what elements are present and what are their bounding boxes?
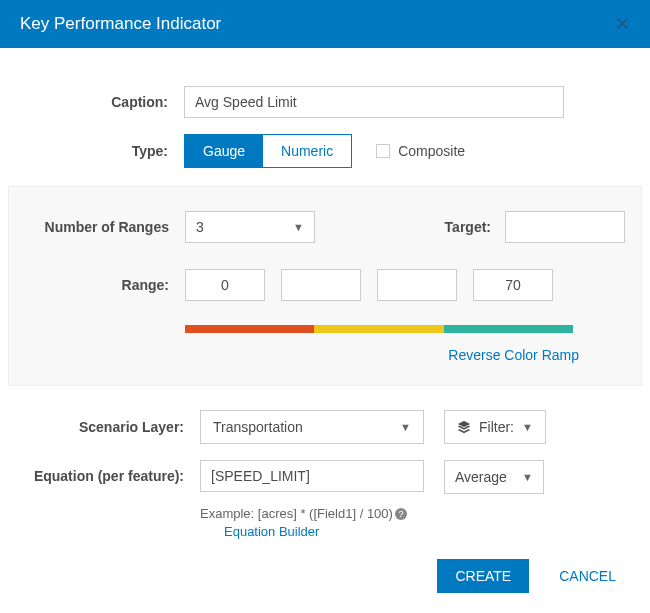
range-row: Range: [9, 261, 641, 309]
dialog-body: Caption: Type: Gauge Numeric Composite N… [0, 48, 650, 541]
help-icon[interactable]: ? [395, 508, 407, 520]
range-input-0[interactable] [185, 269, 265, 301]
ramp-segment-1 [185, 325, 314, 333]
num-ranges-select[interactable]: 3 ▼ [185, 211, 315, 243]
ramp-segment-3 [444, 325, 573, 333]
composite-label: Composite [398, 143, 465, 159]
dialog-title: Key Performance Indicator [20, 14, 221, 34]
range-input-3[interactable] [473, 269, 553, 301]
equation-input[interactable] [200, 460, 424, 492]
color-ramp [185, 325, 573, 333]
caption-row: Caption: [0, 78, 650, 126]
chevron-down-icon: ▼ [522, 421, 533, 433]
type-toggle: Gauge Numeric [184, 134, 352, 168]
caption-input[interactable] [184, 86, 564, 118]
chevron-down-icon: ▼ [400, 421, 411, 433]
filter-label: Filter: [479, 419, 514, 435]
ramp-segment-2 [314, 325, 443, 333]
caption-label: Caption: [24, 94, 184, 110]
range-input-2[interactable] [377, 269, 457, 301]
target-label: Target: [445, 219, 491, 235]
close-icon[interactable]: ✕ [615, 15, 630, 33]
layers-icon [457, 420, 471, 434]
aggregation-value: Average [455, 469, 507, 485]
target-wrap: Target: [445, 211, 625, 243]
aggregation-select[interactable]: Average ▼ [444, 460, 544, 494]
reverse-ramp-link[interactable]: Reverse Color Ramp [9, 347, 579, 363]
range-panel: Number of Ranges 3 ▼ Target: Range: [8, 186, 642, 386]
equation-row: Equation (per feature): Average ▼ [0, 452, 650, 502]
composite-wrap: Composite [376, 143, 465, 159]
type-row: Type: Gauge Numeric Composite [0, 126, 650, 176]
range-label: Range: [25, 277, 185, 293]
chevron-down-icon: ▼ [293, 221, 304, 233]
type-numeric-button[interactable]: Numeric [263, 135, 351, 167]
target-input[interactable] [505, 211, 625, 243]
scenario-row: Scenario Layer: Transportation ▼ Filter:… [0, 402, 650, 452]
equation-builder-link[interactable]: Equation Builder [224, 524, 319, 539]
dialog-header: Key Performance Indicator ✕ [0, 0, 650, 48]
cancel-button[interactable]: CANCEL [553, 567, 622, 585]
num-ranges-label: Number of Ranges [25, 219, 185, 235]
create-button[interactable]: CREATE [437, 559, 529, 593]
scenario-layer-value: Transportation [213, 419, 303, 435]
filter-button[interactable]: Filter: ▼ [444, 410, 546, 444]
type-gauge-button[interactable]: Gauge [185, 135, 263, 167]
chevron-down-icon: ▼ [522, 471, 533, 483]
equation-example: Example: [acres] * ([Field1] / 100)? [200, 502, 650, 521]
composite-checkbox[interactable] [376, 144, 390, 158]
scenario-label: Scenario Layer: [24, 419, 200, 435]
num-ranges-value: 3 [196, 219, 204, 235]
type-label: Type: [24, 143, 184, 159]
range-input-1[interactable] [281, 269, 361, 301]
equation-label: Equation (per feature): [24, 460, 200, 484]
num-ranges-row: Number of Ranges 3 ▼ Target: [9, 203, 641, 251]
dialog-footer: CREATE CANCEL [437, 559, 622, 593]
scenario-layer-select[interactable]: Transportation ▼ [200, 410, 424, 444]
